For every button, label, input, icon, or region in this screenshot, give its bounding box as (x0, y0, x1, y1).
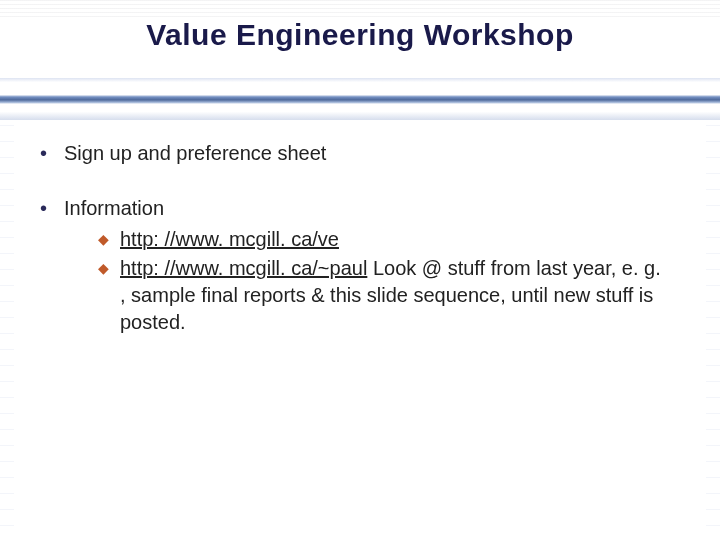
content-area: • Sign up and preference sheet • Informa… (40, 140, 670, 338)
bullet-dot-icon: • (40, 140, 64, 167)
title-area: Value Engineering Workshop (0, 18, 720, 52)
diamond-bullet-icon: ◆ (98, 226, 120, 253)
decorative-side-lines-left (0, 125, 14, 530)
sub-bullet-2: ◆ http: //www. mcgill. ca/~paul Look @ s… (98, 255, 670, 336)
bullet-item-2: • Information (40, 195, 670, 222)
bullet-text-1: Sign up and preference sheet (64, 140, 670, 167)
bullet-item-1: • Sign up and preference sheet (40, 140, 670, 167)
diamond-bullet-icon: ◆ (98, 255, 120, 282)
sub-bullet-1: ◆ http: //www. mcgill. ca/ve (98, 226, 670, 253)
slide-title: Value Engineering Workshop (0, 18, 720, 52)
decorative-side-lines-right (706, 125, 720, 530)
link-paul[interactable]: http: //www. mcgill. ca/~paul (120, 257, 367, 279)
decorative-top-lines (0, 0, 720, 20)
sub-bullet-2-text: http: //www. mcgill. ca/~paul Look @ stu… (120, 255, 670, 336)
bullet-text-2: Information (64, 195, 670, 222)
bullet-dot-icon: • (40, 195, 64, 222)
sub-bullet-list: ◆ http: //www. mcgill. ca/ve ◆ http: //w… (98, 226, 670, 336)
divider-band (0, 78, 720, 120)
link-ve[interactable]: http: //www. mcgill. ca/ve (120, 228, 339, 250)
sub-bullet-1-text: http: //www. mcgill. ca/ve (120, 226, 670, 253)
